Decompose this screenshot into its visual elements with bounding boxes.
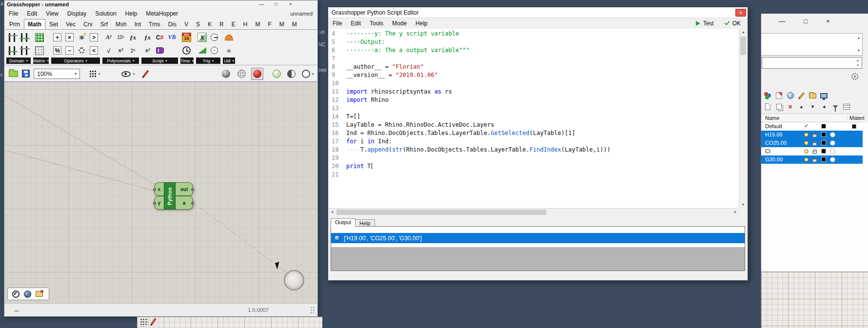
gh-menu-view[interactable]: View: [41, 9, 63, 19]
canvas-compass-widget[interactable]: [284, 270, 304, 290]
gh-menu-edit[interactable]: Edit: [22, 9, 41, 19]
scroll-down-icon[interactable]: ▼: [856, 47, 861, 54]
gh-menu-display[interactable]: Display: [63, 9, 91, 19]
delete-layer-icon[interactable]: ×: [786, 103, 794, 111]
layer-visibility-bulb-icon[interactable]: [804, 141, 809, 145]
editor-menu-file[interactable]: File: [328, 19, 346, 28]
display-icon[interactable]: [820, 92, 828, 100]
maximize-button[interactable]: □: [798, 18, 813, 25]
subtraction-icon[interactable]: −: [63, 44, 76, 57]
close-button[interactable]: ×: [283, 0, 298, 8]
python-component-body[interactable]: Python: [164, 182, 176, 210]
power-of-10-icon[interactable]: 10¹: [115, 31, 127, 44]
gh-tab-s[interactable]: S: [192, 19, 204, 29]
wireframe-preview-icon[interactable]: [237, 70, 246, 78]
open-file-icon[interactable]: [9, 71, 18, 77]
no-preview-icon[interactable]: [222, 70, 230, 78]
output-result-row[interactable]: ['H19.00', 'CO25.00', 'G30.00']: [331, 233, 745, 243]
angle-circle-icon[interactable]: [208, 31, 220, 44]
square-root-icon[interactable]: √: [102, 44, 115, 57]
gh-tab-msh[interactable]: Msh: [112, 19, 131, 29]
scroll-up-icon[interactable]: ▲: [739, 29, 747, 36]
spinner-down-icon[interactable]: ▼: [855, 64, 860, 67]
gh-tab-math[interactable]: Math: [24, 19, 45, 29]
code-line[interactable]: 11import rhinoscriptsyntax as rs: [329, 88, 739, 96]
layer-row[interactable]: G30.00: [761, 155, 863, 164]
gh-tab-m[interactable]: M: [288, 19, 301, 29]
radius-icon[interactable]: r: [208, 44, 220, 57]
expression-icon[interactable]: ƒx: [141, 31, 154, 44]
editor-titlebar[interactable]: Grasshopper Python Script Editor ×: [328, 7, 748, 18]
rhino-viewport-fragment[interactable]: [761, 271, 868, 328]
grasshopper-titlebar[interactable]: Grasshopper - unnamed — □ ×: [4, 0, 317, 8]
record-sphere-icon[interactable]: [24, 290, 31, 298]
resize-grip[interactable]: [310, 307, 315, 313]
scrollbar-thumb[interactable]: [336, 210, 546, 215]
code-line[interactable]: 12import Rhino: [329, 96, 739, 104]
gh-tab-int[interactable]: Int: [131, 19, 145, 29]
pencil-icon[interactable]: [797, 92, 806, 100]
chevron-down-icon[interactable]: ▾: [312, 72, 314, 76]
code-line[interactable]: 21: [329, 171, 739, 179]
gh-menu-solution[interactable]: Solution: [91, 9, 120, 19]
chevron-down-icon[interactable]: ▾: [133, 72, 135, 76]
preview-eye-icon[interactable]: [121, 71, 131, 77]
ok-button[interactable]: OK: [725, 20, 741, 27]
wave-icon[interactable]: ≈: [223, 44, 235, 57]
gh-menu-help[interactable]: Help: [121, 9, 142, 19]
layer-table-header[interactable]: Name Materi: [761, 114, 863, 122]
code-line[interactable]: 10: [329, 79, 739, 88]
gh-tab-prm[interactable]: Prm: [5, 19, 24, 29]
layer-color-swatch[interactable]: [821, 124, 826, 129]
editor-menu-help[interactable]: Help: [411, 19, 432, 28]
code-line[interactable]: 16Ind = Rhino.DocObjects.Tables.LayerTab…: [329, 129, 739, 137]
gh-tab-vec[interactable]: Vec: [62, 19, 79, 29]
gh-tab-r[interactable]: R: [216, 19, 228, 29]
modulus-icon[interactable]: %: [51, 44, 63, 57]
vb-script-icon[interactable]: VB: [166, 31, 178, 44]
function-icon[interactable]: ƒx: [127, 31, 139, 44]
preview-quality-icon[interactable]: [273, 70, 281, 78]
gh-tab-f[interactable]: F: [264, 19, 275, 29]
matrix-component-icon[interactable]: [33, 31, 45, 44]
pen-icon[interactable]: [151, 318, 157, 325]
scroll-up-icon[interactable]: ▲: [856, 35, 861, 41]
navigate-canvas-icon[interactable]: [89, 70, 97, 77]
unnest-layer-icon[interactable]: ◄: [820, 103, 828, 111]
column-header-name[interactable]: Name: [765, 115, 779, 121]
gh-menu-metahopper[interactable]: MetaHopper: [141, 9, 182, 19]
date-icon[interactable]: NOV16: [180, 31, 193, 44]
layer-lock-icon[interactable]: [812, 159, 817, 162]
layer-visibility-bulb-icon[interactable]: [804, 149, 809, 154]
minimize-button[interactable]: —: [254, 0, 269, 8]
chevron-down-icon[interactable]: ▾: [72, 72, 79, 76]
code-line[interactable]: 19: [329, 154, 739, 162]
input-port-x[interactable]: x: [154, 182, 164, 196]
close-button[interactable]: ×: [735, 9, 746, 17]
package-icon[interactable]: [36, 291, 43, 297]
layer-material-preview[interactable]: [830, 132, 835, 137]
layer-material-preview[interactable]: [830, 140, 835, 146]
multiplication-icon[interactable]: ×: [63, 31, 76, 44]
chevron-down-icon[interactable]: ▾: [99, 72, 100, 76]
preview-settings-icon[interactable]: [302, 70, 310, 78]
save-file-icon[interactable]: [22, 70, 30, 77]
trig-x-icon[interactable]: X: [196, 31, 208, 44]
addition-icon[interactable]: +: [51, 31, 63, 44]
code-line[interactable]: 17for i in Ind:: [329, 137, 739, 146]
group-label-domain[interactable]: Domain▾: [6, 58, 31, 64]
power-icon[interactable]: 2ⁿ: [127, 44, 139, 57]
spinner-up-icon[interactable]: ▲: [855, 59, 860, 62]
editor-menu-tools[interactable]: Tools: [365, 19, 388, 28]
gh-tab-trns[interactable]: Trns: [145, 19, 164, 29]
larger-than-icon[interactable]: >: [88, 31, 100, 44]
layer-lock-icon[interactable]: [812, 142, 817, 146]
command-history-box[interactable]: ▲ ▼: [761, 33, 863, 56]
gears-icon[interactable]: [76, 44, 88, 57]
close-button[interactable]: ×: [821, 18, 835, 25]
code-line[interactable]: 7: [329, 55, 739, 63]
code-line[interactable]: 6········a: The a output variable""": [329, 46, 739, 55]
gaussian-icon[interactable]: [223, 31, 235, 44]
layer-list-options-icon[interactable]: [842, 103, 850, 111]
mass-addition-icon[interactable]: ∗∗: [76, 31, 88, 44]
